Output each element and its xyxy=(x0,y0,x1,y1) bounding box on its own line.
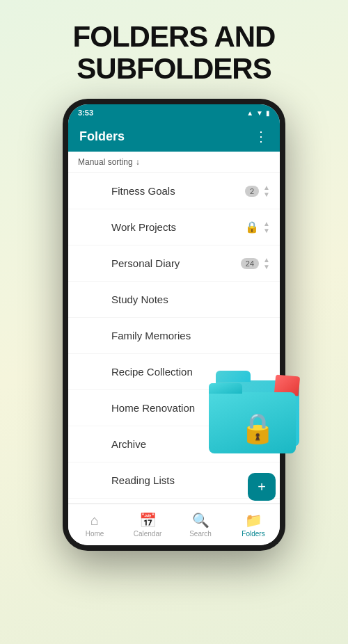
folder-badge: 2 xyxy=(245,186,259,197)
folder-badge: 6 xyxy=(245,439,259,450)
folder-badge: 24 xyxy=(241,258,259,269)
folder-name: Work Projects xyxy=(111,221,245,233)
sort-label: Manual sorting xyxy=(78,157,133,167)
sort-bar[interactable]: Manual sorting ↓ xyxy=(68,152,280,173)
nav-item-home[interactable]: ⌂Home xyxy=(68,510,121,540)
app-header: Folders ⋮ xyxy=(68,121,280,152)
signal-icon: ▲ xyxy=(246,109,253,117)
folder-item[interactable]: Family Memories xyxy=(68,318,280,354)
nav-label-search: Search xyxy=(189,530,212,538)
page-title: FOLDERS AND SUBFOLDERS xyxy=(73,21,276,85)
nav-item-folders[interactable]: 📁Folders xyxy=(227,509,280,540)
bottom-nav: ⌂Home📅Calendar🔍Search📁Folders xyxy=(68,504,280,545)
sort-arrow: ↓ xyxy=(136,157,140,167)
sort-arrows[interactable]: ▲▼ xyxy=(263,401,270,415)
folder-item[interactable]: Archive6▲▼ xyxy=(68,426,280,462)
folder-icon xyxy=(78,181,103,202)
nav-item-search[interactable]: 🔍Search xyxy=(174,509,227,540)
wifi-icon: ▼ xyxy=(256,109,263,117)
folder-name: Fitness Goals xyxy=(111,185,245,197)
folder-icon xyxy=(78,253,103,274)
folder-name: Recipe Collection xyxy=(111,366,270,378)
folder-name: Home Renovation xyxy=(111,402,245,414)
folder-icon xyxy=(78,217,103,238)
sort-arrows[interactable]: ▲▼ xyxy=(263,257,270,271)
status-icons: ▲ ▼ ▮ xyxy=(246,109,270,117)
status-time: 3:53 xyxy=(78,108,93,117)
nav-label-home: Home xyxy=(86,530,104,538)
nav-icon-home: ⌂ xyxy=(90,513,99,529)
nav-icon-folders: 📁 xyxy=(245,512,262,529)
folder-icon xyxy=(78,362,103,383)
folder-icon xyxy=(78,470,103,491)
app-title: Folders xyxy=(79,129,125,144)
folder-name: Archive xyxy=(111,438,245,450)
sort-arrows[interactable]: ▲▼ xyxy=(263,220,270,234)
folder-item[interactable]: Home Renovation3▲▼ xyxy=(68,390,280,426)
folder-badge: 3 xyxy=(245,403,259,414)
folder-name: Family Memories xyxy=(111,330,270,341)
folder-icon xyxy=(78,434,103,455)
nav-label-folders: Folders xyxy=(242,530,264,538)
folder-item[interactable]: Study Notes xyxy=(68,282,280,318)
folder-icon xyxy=(78,325,103,346)
folder-name: Reading Lists xyxy=(111,474,263,486)
menu-button[interactable]: ⋮ xyxy=(254,128,269,145)
folder-item[interactable]: Financial Reports3 xyxy=(68,499,280,504)
nav-label-calendar: Calendar xyxy=(134,530,162,538)
sort-arrows[interactable]: ▲▼ xyxy=(263,437,270,451)
nav-icon-calendar: 📅 xyxy=(139,512,157,529)
sort-arrows[interactable]: ▲▼ xyxy=(263,184,270,198)
nav-item-calendar[interactable]: 📅Calendar xyxy=(121,509,174,540)
folder-icon xyxy=(78,398,103,419)
folder-list[interactable]: Fitness Goals2▲▼Work Projects🔒▲▼Personal… xyxy=(68,173,280,504)
folder-name: Personal Diary xyxy=(111,257,241,269)
folder-item[interactable]: Personal Diary24▲▼ xyxy=(68,245,280,282)
add-note-button[interactable]: + xyxy=(248,473,276,501)
battery-icon: ▮ xyxy=(266,109,270,117)
folder-item[interactable]: Fitness Goals2▲▼ xyxy=(68,173,280,209)
folder-name: Study Notes xyxy=(111,293,270,305)
nav-icon-search: 🔍 xyxy=(192,512,209,529)
phone-wrapper: 3:53 ▲ ▼ ▮ Folders ⋮ Manual sorting ↓ Fi… xyxy=(63,99,285,551)
lock-icon: 🔒 xyxy=(245,220,259,234)
folder-icon xyxy=(78,289,103,310)
folder-item[interactable]: Work Projects🔒▲▼ xyxy=(68,209,280,245)
folder-item[interactable]: Recipe Collection xyxy=(68,354,280,390)
status-bar: 3:53 ▲ ▼ ▮ xyxy=(68,104,280,121)
